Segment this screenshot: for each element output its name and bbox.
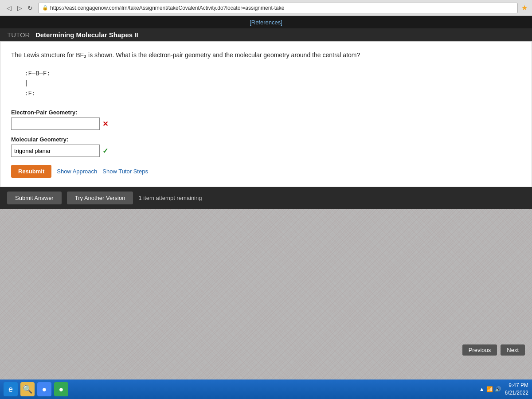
tutor-label: TUTOR: [7, 31, 30, 39]
taskbar-chrome2-icon[interactable]: ●: [54, 382, 68, 396]
bottom-action-bar: Submit Answer Try Another Version 1 item…: [0, 187, 532, 209]
main-content-area: [References] TUTOR Determining Molecular…: [0, 16, 532, 379]
address-bar[interactable]: 🔒 https://east.cengagenow.com/ilrn/takeA…: [38, 3, 518, 13]
attempt-text: 1 item attempt remaining: [138, 195, 202, 201]
electron-pair-status: ✕: [102, 120, 108, 128]
lewis-line2: |: [24, 78, 521, 88]
nav-buttons: Previous Next: [462, 344, 525, 356]
molecular-label: Molecular Geometry:: [11, 136, 521, 143]
tutor-header: TUTOR Determining Molecular Shapes II: [0, 28, 532, 41]
forward-icon[interactable]: ▷: [15, 4, 24, 12]
molecular-row: ✓: [11, 145, 521, 157]
system-tray: ▲ 📶 🔊 9:47 PM 6/21/2022: [479, 382, 528, 397]
tray-icons: ▲ 📶 🔊: [479, 386, 501, 392]
bookmark-icon[interactable]: ★: [521, 4, 528, 12]
clock-date: 6/21/2022: [505, 389, 528, 397]
molecular-status: ✓: [102, 147, 108, 155]
clock-time: 9:47 PM: [505, 382, 528, 389]
electron-pair-label: Electron-Pair Geometry:: [11, 109, 521, 116]
question-text: The Lewis structure for BF₃ is shown. Wh…: [11, 51, 521, 60]
show-tutor-steps-link[interactable]: Show Tutor Steps: [102, 168, 148, 175]
molecular-geometry-group: Molecular Geometry: ✓: [11, 136, 521, 157]
electron-pair-group: Electron-Pair Geometry: ✕: [11, 109, 521, 130]
top-references-bar: [References]: [0, 16, 532, 28]
browser-bar: ◁ ▷ ↻ 🔒 https://east.cengagenow.com/ilrn…: [0, 0, 532, 16]
content-card: The Lewis structure for BF₃ is shown. Wh…: [0, 41, 532, 187]
taskbar-chrome-icon[interactable]: ●: [37, 382, 51, 396]
signal-icon: 📶: [486, 386, 493, 392]
taskbar-edge-icon[interactable]: e: [4, 382, 18, 396]
show-approach-link[interactable]: Show Approach: [57, 168, 97, 175]
back-icon[interactable]: ◁: [4, 4, 13, 12]
try-another-button[interactable]: Try Another Version: [67, 192, 133, 204]
electron-pair-input[interactable]: [11, 117, 100, 130]
refresh-icon[interactable]: ↻: [26, 4, 35, 12]
submit-answer-button[interactable]: Submit Answer: [7, 192, 62, 204]
next-button[interactable]: Next: [501, 344, 525, 356]
network-icon: ▲: [479, 386, 485, 392]
lock-icon: 🔒: [42, 5, 48, 11]
form-buttons-row: Resubmit Show Approach Show Tutor Steps: [11, 165, 521, 178]
lewis-line3: :F:: [24, 89, 521, 98]
taskbar-icons: e 🔍 ● ●: [4, 382, 68, 396]
molecular-geometry-input[interactable]: [11, 145, 100, 157]
speaker-icon: 🔊: [495, 386, 501, 392]
page-title: Determining Molecular Shapes II: [35, 31, 138, 39]
taskbar: e 🔍 ● ● ▲ 📶 🔊 9:47 PM 6/21/2022: [0, 379, 532, 399]
lewis-structure: :F—B—F: | :F:: [24, 69, 521, 98]
browser-nav-icons: ◁ ▷ ↻: [4, 4, 35, 12]
lewis-line1: :F—B—F:: [24, 69, 521, 78]
clock[interactable]: 9:47 PM 6/21/2022: [505, 382, 528, 397]
taskbar-search-icon[interactable]: 🔍: [20, 382, 35, 396]
references-link[interactable]: [References]: [250, 19, 282, 26]
previous-button[interactable]: Previous: [462, 344, 497, 356]
resubmit-button[interactable]: Resubmit: [11, 165, 51, 178]
electron-pair-row: ✕: [11, 117, 521, 130]
url-text: https://east.cengagenow.com/ilrn/takeAss…: [50, 5, 284, 11]
